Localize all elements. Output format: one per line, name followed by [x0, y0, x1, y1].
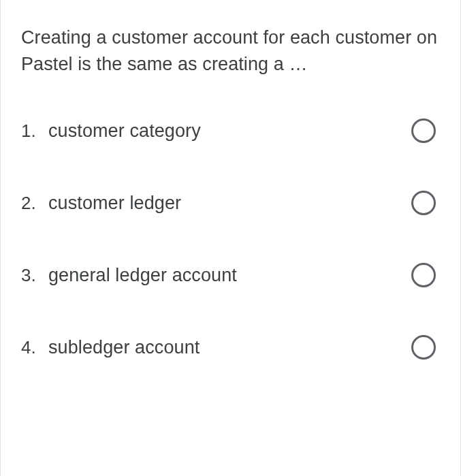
radio-option-4[interactable] [411, 335, 436, 360]
option-2-label: 2. customer ledger [21, 193, 181, 214]
option-text: customer ledger [48, 193, 181, 214]
option-3: 3. general ledger account [21, 263, 440, 287]
radio-option-1[interactable] [411, 118, 436, 143]
question-card: Creating a customer account for each cus… [0, 0, 461, 476]
options-list: 1. customer category 2. customer ledger … [21, 118, 440, 360]
option-1-label: 1. customer category [21, 121, 201, 142]
option-number: 4. [21, 337, 40, 358]
radio-option-2[interactable] [411, 191, 436, 215]
option-4-label: 4. subledger account [21, 337, 200, 358]
option-1: 1. customer category [21, 118, 440, 143]
option-2: 2. customer ledger [21, 191, 440, 215]
option-3-label: 3. general ledger account [21, 265, 237, 286]
option-text: customer category [48, 121, 201, 142]
option-number: 2. [21, 193, 40, 214]
option-text: general ledger account [48, 265, 237, 286]
option-4: 4. subledger account [21, 335, 440, 360]
option-number: 3. [21, 265, 40, 286]
option-text: subledger account [48, 337, 200, 358]
option-number: 1. [21, 121, 40, 142]
question-text: Creating a customer account for each cus… [21, 25, 440, 78]
radio-option-3[interactable] [411, 263, 436, 287]
